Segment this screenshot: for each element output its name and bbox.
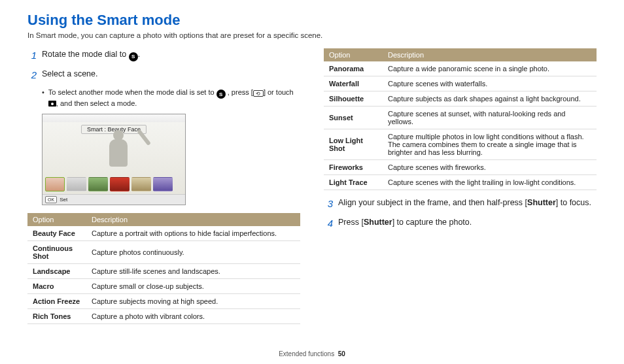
th-description: Description [383,48,597,61]
table-row: SilhouetteCapture subjects as dark shape… [324,91,597,107]
table-row: PanoramaCapture a wide panoramic scene i… [324,61,597,76]
step-2-sub-bullet: • To select another mode when the mode d… [42,88,300,109]
table-row: LandscapeCapture still-life scenes and l… [27,264,300,279]
shutter-keyword: Shutter [527,198,556,207]
table-row: Continuous ShotCapture photos continuous… [27,241,300,264]
step-number: 3 [324,197,333,211]
back-key-icon: ⟲ [253,90,264,97]
table-row: FireworksCapture scenes with fireworks. [324,160,597,175]
thumb-landscape [88,177,108,191]
footer-section: Extended functions [279,350,334,357]
step-number: 4 [324,216,333,231]
th-option: Option [324,48,383,61]
right-column: Option Description PanoramaCapture a wid… [324,48,597,331]
step-3-text-a: Align your subject in the frame, and the… [338,198,527,207]
th-description: Description [86,213,300,226]
set-label: Set [60,197,67,203]
table-row: Rich TonesCapture a photo with vibrant c… [27,309,300,324]
sub-bullet-text-c: ] or touch [264,88,294,96]
step-2-text: Select a scene. [42,69,97,78]
step-2: 2 Select a scene. [27,68,300,82]
table-row: Light TraceCapture scenes with the light… [324,175,597,190]
table-row: Beauty FaceCapture a portrait with optio… [27,226,300,241]
step-3-text-c: ] to focus. [556,198,591,207]
table-row: WaterfallCapture scenes with waterfalls. [324,76,597,91]
mode-dial-s-icon: S [217,90,226,99]
step-number: 2 [27,68,37,82]
thumb-action [131,177,151,191]
thumb-continuous [67,177,86,191]
bullet-icon: • [42,88,44,109]
table-row: SunsetCapture scenes at sunset, with nat… [324,107,597,129]
sub-bullet-text-b: , press [ [228,88,253,96]
table-row: MacroCapture small or close-up subjects. [27,279,300,294]
step-number: 1 [27,48,37,63]
options-table-left: Option Description Beauty FaceCapture a … [27,213,300,324]
step-3: 3 Align your subject in the frame, and t… [324,197,597,211]
step-1-tail: . [138,50,140,59]
ok-button-icon: OK [45,196,57,203]
step-4: 4 Press [Shutter] to capture the photo. [324,216,597,231]
page-footer: Extended functions 50 [0,350,624,357]
camera-icon [48,101,56,107]
thumb-macro [110,177,130,191]
step-1-text: Rotate the mode dial to [42,50,129,59]
page-subtitle: In Smart mode, you can capture a photo w… [27,31,597,39]
step-4-text-c: ] to capture the photo. [392,218,472,227]
sub-bullet-text-d: , and then select a mode. [56,99,137,107]
th-option: Option [27,213,86,226]
page-number: 50 [338,350,345,357]
mode-dial-s-icon: S [129,52,138,61]
sub-bullet-text-a: To select another mode when the mode dia… [48,88,217,96]
table-row: Low Light ShotCapture multiple photos in… [324,129,597,160]
thumb-rich-tones [153,177,173,191]
left-column: 1 Rotate the mode dial to S. 2 Select a … [27,48,300,331]
step-1: 1 Rotate the mode dial to S. [27,48,300,63]
step-4-text-a: Press [ [338,218,364,227]
mode-thumbnails [45,177,173,191]
subject-silhouette-icon [99,130,138,182]
camera-preview: Smart : Beauty Face [42,114,186,205]
shutter-keyword: Shutter [364,218,392,227]
options-table-right: Option Description PanoramaCapture a wid… [324,48,597,190]
thumb-beauty-face [45,177,65,191]
table-row: Action FreezeCapture subjects moving at … [27,294,300,309]
page-title: Using the Smart mode [27,12,597,29]
